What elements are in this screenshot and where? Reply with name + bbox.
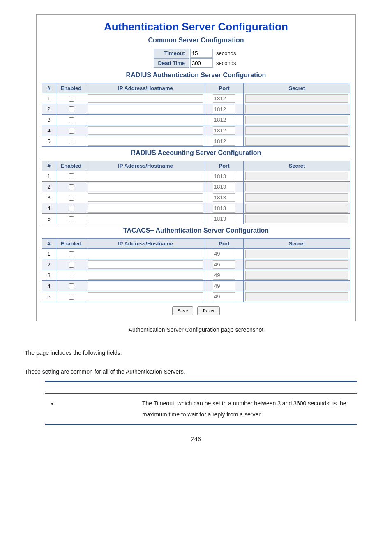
save-button[interactable]: Save [172,306,193,315]
ip-input[interactable] [88,172,203,180]
secret-input[interactable] [245,282,348,290]
enabled-checkbox[interactable] [69,294,74,300]
ip-input[interactable] [88,292,203,301]
ip-input[interactable] [88,250,203,258]
secret-input[interactable] [245,193,348,202]
ip-input[interactable] [88,260,203,269]
ip-input[interactable] [88,105,203,113]
port-input[interactable] [213,250,235,258]
ip-input[interactable] [88,204,203,213]
col-port: Port [205,83,244,93]
col-num: # [42,83,56,93]
table-row: 5 [42,214,350,224]
row-num: 3 [42,192,56,203]
port-input[interactable] [213,105,235,113]
port-input[interactable] [213,193,235,202]
col-secret: Secret [244,83,350,93]
row-num: 5 [42,291,56,302]
ip-input[interactable] [88,94,203,103]
ip-input[interactable] [88,116,203,124]
enabled-checkbox[interactable] [69,251,74,257]
enabled-checkbox[interactable] [69,195,74,201]
secret-input[interactable] [245,137,348,146]
lede2-text: These setting are common for all of the … [25,368,367,375]
row-num: 1 [42,171,56,182]
port-input[interactable] [213,215,235,223]
ip-input[interactable] [88,137,203,146]
secret-input[interactable] [245,215,348,223]
deadtime-unit: seconds [214,58,238,68]
enabled-checkbox[interactable] [69,216,74,222]
col-secret: Secret [244,161,350,171]
page-title: Authentication Server Configuration [42,21,350,33]
port-input[interactable] [213,116,235,124]
port-input[interactable] [213,126,235,135]
ip-input[interactable] [88,193,203,202]
lede-text: The page includes the following fields: [25,349,367,356]
secret-input[interactable] [245,271,348,280]
secret-input[interactable] [245,260,348,269]
secret-input[interactable] [245,292,348,301]
port-input[interactable] [213,94,235,103]
radius-auth-table: # Enabled IP Address/Hostname Port Secre… [42,83,350,147]
enabled-checkbox[interactable] [69,117,74,123]
enabled-checkbox[interactable] [69,283,74,289]
ip-input[interactable] [88,282,203,290]
row-num: 5 [42,136,56,147]
radius-auth-heading: RADIUS Authentication Server Configurati… [42,72,350,79]
enabled-checkbox[interactable] [69,262,74,268]
port-input[interactable] [213,260,235,269]
ip-input[interactable] [88,126,203,135]
col-ip: IP Address/Hostname [86,161,205,171]
common-heading: Common Server Configuration [42,37,350,44]
deadtime-input[interactable] [190,59,213,67]
table-row: 1 [42,171,350,182]
tacacs-table: # Enabled IP Address/Hostname Port Secre… [42,238,350,302]
row-num: 2 [42,259,56,270]
enabled-checkbox[interactable] [69,184,74,190]
enabled-checkbox[interactable] [69,173,74,179]
port-input[interactable] [213,271,235,280]
port-input[interactable] [213,282,235,290]
tacacs-heading: TACACS+ Authentication Server Configurat… [42,227,350,234]
reset-button[interactable]: Reset [197,306,220,315]
enabled-checkbox[interactable] [69,106,74,112]
port-input[interactable] [213,183,235,191]
radius-acct-heading: RADIUS Accounting Server Configuration [42,149,350,157]
secret-input[interactable] [245,183,348,191]
table-row: 2 [42,182,350,192]
row-num: 3 [42,115,56,125]
enabled-checkbox[interactable] [69,96,74,102]
timeout-input[interactable] [190,49,213,58]
enabled-checkbox[interactable] [69,128,74,134]
secret-input[interactable] [245,204,348,213]
col-secret: Secret [244,239,350,249]
description-table: The Timeout, which can be set to a numbe… [45,381,357,425]
ip-input[interactable] [88,183,203,191]
row-num: 5 [42,214,56,224]
desc-header-object [45,382,137,394]
row-num: 4 [42,203,56,214]
table-row: 2 [42,104,350,115]
row-num: 2 [42,104,56,115]
enabled-checkbox[interactable] [69,139,74,144]
secret-input[interactable] [245,250,348,258]
port-input[interactable] [213,292,235,301]
timeout-label: Timeout [154,49,190,58]
enabled-checkbox[interactable] [69,206,74,211]
port-input[interactable] [213,204,235,213]
col-num: # [42,239,56,249]
ip-input[interactable] [88,271,203,280]
secret-input[interactable] [245,126,348,135]
ip-input[interactable] [88,215,203,223]
deadtime-label: Dead Time [154,58,190,68]
secret-input[interactable] [245,172,348,180]
secret-input[interactable] [245,105,348,113]
row-num: 4 [42,125,56,136]
port-input[interactable] [213,172,235,180]
secret-input[interactable] [245,94,348,103]
port-input[interactable] [213,137,235,146]
secret-input[interactable] [245,116,348,124]
enabled-checkbox[interactable] [69,273,74,278]
col-port: Port [205,161,244,171]
